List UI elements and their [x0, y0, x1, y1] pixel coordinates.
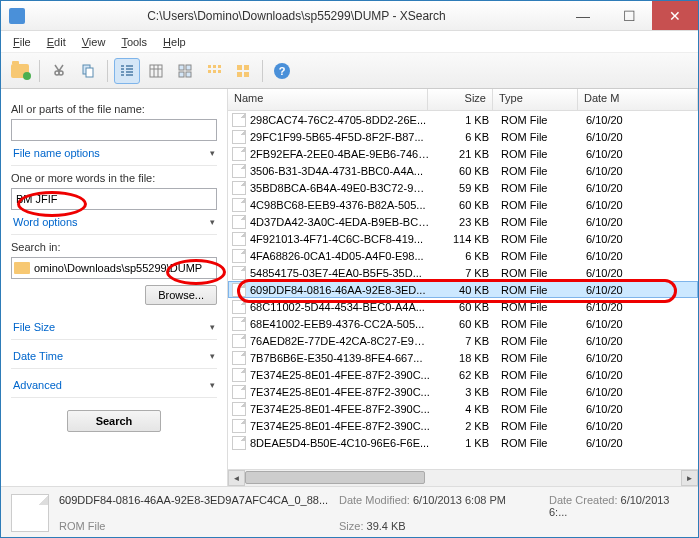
table-row[interactable]: 4C98BC68-EEB9-4376-B82A-505... 60 KB ROM…: [228, 196, 698, 213]
svg-rect-2: [150, 65, 162, 77]
view-details-button[interactable]: [143, 58, 169, 84]
svg-rect-1: [86, 68, 93, 77]
table-row[interactable]: 7E374E25-8E01-4FEE-87F2-390C... 62 KB RO…: [228, 366, 698, 383]
table-row[interactable]: 7E374E25-8E01-4FEE-87F2-390C... 2 KB ROM…: [228, 417, 698, 434]
close-button[interactable]: ✕: [652, 1, 698, 30]
file-icon: [232, 249, 246, 263]
header-name[interactable]: Name: [228, 89, 428, 110]
menu-help[interactable]: Help: [155, 34, 194, 50]
folder-icon: [14, 262, 30, 274]
view-list-button[interactable]: [114, 58, 140, 84]
file-icon: [232, 351, 246, 365]
svg-rect-13: [237, 65, 242, 70]
file-icon: [232, 283, 246, 297]
svg-rect-9: [218, 65, 221, 68]
search-in-label: Search in:: [11, 241, 217, 253]
table-row[interactable]: 7E374E25-8E01-4FEE-87F2-390C... 3 KB ROM…: [228, 383, 698, 400]
minimize-button[interactable]: —: [560, 1, 606, 30]
menu-edit[interactable]: Edit: [39, 34, 74, 50]
file-icon: [232, 419, 246, 433]
table-row[interactable]: 4FA68826-0CA1-4D05-A4F0-E98... 6 KB ROM …: [228, 247, 698, 264]
words-input[interactable]: [11, 188, 217, 210]
status-filename: 609DDF84-0816-46AA-92E8-3ED9A7AFC4CA_0_8…: [59, 494, 329, 518]
open-folder-button[interactable]: [7, 58, 33, 84]
svg-rect-7: [208, 65, 211, 68]
file-icon: [232, 368, 246, 382]
table-row[interactable]: 54854175-03E7-4EA0-B5F5-35D... 7 KB ROM …: [228, 264, 698, 281]
table-row[interactable]: 298CAC74-76C2-4705-8DD2-26E... 1 KB ROM …: [228, 111, 698, 128]
file-icon: [232, 300, 246, 314]
results-list[interactable]: 298CAC74-76C2-4705-8DD2-26E... 1 KB ROM …: [228, 111, 698, 469]
file-size-section[interactable]: File Size▾: [11, 315, 217, 340]
svg-rect-3: [179, 65, 184, 70]
table-row[interactable]: 76AED82E-77DE-42CA-8C27-E9D... 7 KB ROM …: [228, 332, 698, 349]
horizontal-scrollbar[interactable]: ◄ ►: [228, 469, 698, 486]
app-icon: [9, 8, 25, 24]
filename-input[interactable]: [11, 119, 217, 141]
window-title: C:\Users\Domino\Downloads\sp55299\DUMP -…: [33, 9, 560, 23]
table-row[interactable]: 4F921013-4F71-4C6C-BCF8-419... 114 KB RO…: [228, 230, 698, 247]
file-icon: [232, 232, 246, 246]
svg-rect-4: [186, 65, 191, 70]
file-icon: [232, 215, 246, 229]
svg-rect-15: [237, 72, 242, 77]
table-row[interactable]: 3506-B31-3D4A-4731-BBC0-A4A... 60 KB ROM…: [228, 162, 698, 179]
scroll-left-icon[interactable]: ◄: [228, 470, 245, 486]
view-large-button[interactable]: [230, 58, 256, 84]
file-icon: [232, 385, 246, 399]
file-icon: [11, 494, 49, 532]
header-date[interactable]: Date M: [578, 89, 698, 110]
menu-tools[interactable]: Tools: [113, 34, 155, 50]
file-icon: [232, 181, 246, 195]
table-row[interactable]: 609DDF84-0816-46AA-92E8-3ED... 40 KB ROM…: [228, 281, 698, 298]
table-row[interactable]: 8DEAE5D4-B50E-4C10-96E6-F6E... 1 KB ROM …: [228, 434, 698, 451]
file-name-options[interactable]: File name options▾: [11, 141, 217, 166]
browse-button[interactable]: Browse...: [145, 285, 217, 305]
svg-text:?: ?: [279, 65, 286, 77]
svg-rect-11: [213, 70, 216, 73]
svg-rect-6: [186, 72, 191, 77]
file-icon: [232, 198, 246, 212]
date-time-section[interactable]: Date Time▾: [11, 344, 217, 369]
file-icon: [232, 334, 246, 348]
file-icon: [232, 113, 246, 127]
advanced-section[interactable]: Advanced▾: [11, 373, 217, 398]
file-icon: [232, 266, 246, 280]
list-header: Name Size Type Date M: [228, 89, 698, 111]
table-row[interactable]: 68E41002-EEB9-4376-CC2A-505... 60 KB ROM…: [228, 315, 698, 332]
svg-rect-8: [213, 65, 216, 68]
search-path-input[interactable]: omino\Downloads\sp55299\DUMP: [11, 257, 217, 279]
table-row[interactable]: 4D37DA42-3A0C-4EDA-B9EB-BC0... 23 KB ROM…: [228, 213, 698, 230]
file-icon: [232, 436, 246, 450]
scroll-right-icon[interactable]: ►: [681, 470, 698, 486]
file-icon: [232, 130, 246, 144]
status-type: ROM File: [59, 520, 329, 532]
table-row[interactable]: 35BD8BCA-6B4A-49E0-B3C72-904... 59 KB RO…: [228, 179, 698, 196]
svg-rect-5: [179, 72, 184, 77]
table-row[interactable]: 7E374E25-8E01-4FEE-87F2-390C... 4 KB ROM…: [228, 400, 698, 417]
scroll-thumb[interactable]: [245, 471, 425, 484]
header-type[interactable]: Type: [493, 89, 578, 110]
file-icon: [232, 164, 246, 178]
cut-button[interactable]: [46, 58, 72, 84]
file-icon: [232, 317, 246, 331]
svg-rect-12: [218, 70, 221, 73]
copy-button[interactable]: [75, 58, 101, 84]
file-icon: [232, 402, 246, 416]
filename-label: All or parts of the file name:: [11, 103, 217, 115]
table-row[interactable]: 7B7B6B6E-E350-4139-8FE4-667... 18 KB ROM…: [228, 349, 698, 366]
view-icons-button[interactable]: [201, 58, 227, 84]
words-label: One or more words in the file:: [11, 172, 217, 184]
header-size[interactable]: Size: [428, 89, 493, 110]
menu-view[interactable]: View: [74, 34, 114, 50]
table-row[interactable]: 29FC1F99-5B65-4F5D-8F2F-B87... 6 KB ROM …: [228, 128, 698, 145]
search-button[interactable]: Search: [67, 410, 162, 432]
help-button[interactable]: ?: [269, 58, 295, 84]
menu-file[interactable]: File: [5, 34, 39, 50]
table-row[interactable]: 68C11002-5D44-4534-BEC0-A4A... 60 KB ROM…: [228, 298, 698, 315]
word-options[interactable]: Word options▾: [11, 210, 217, 235]
view-tiles-button[interactable]: [172, 58, 198, 84]
maximize-button[interactable]: ☐: [606, 1, 652, 30]
svg-rect-14: [244, 65, 249, 70]
table-row[interactable]: 2FB92EFA-2EE0-4BAE-9EB6-7464... 21 KB RO…: [228, 145, 698, 162]
